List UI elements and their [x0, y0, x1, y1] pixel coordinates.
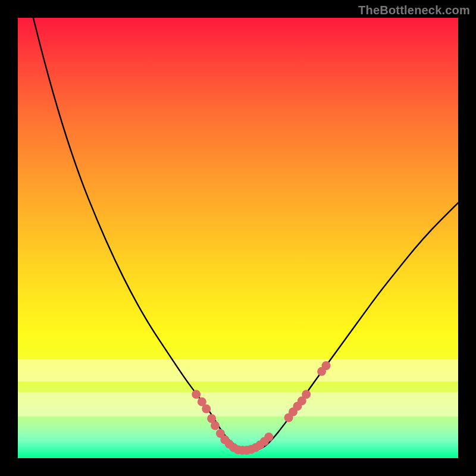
watermark-text: TheBottleneck.com	[358, 4, 470, 17]
curve-dot	[322, 361, 331, 370]
curve-dots	[192, 361, 330, 455]
bottleneck-curve	[27, 0, 458, 450]
curve-dot	[264, 433, 273, 441]
plot-area	[18, 18, 458, 458]
chart-frame: TheBottleneck.com	[0, 0, 476, 476]
curve-dot	[202, 405, 211, 414]
curve-dot	[192, 390, 201, 399]
curve-layer	[18, 18, 458, 458]
curve-dot	[211, 421, 220, 430]
curve-dot	[302, 390, 311, 399]
